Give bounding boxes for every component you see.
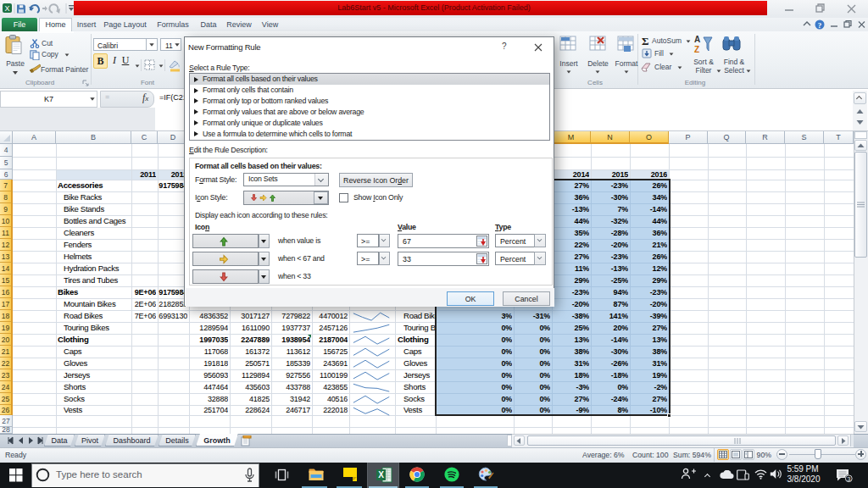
svg-text:3: 3	[847, 475, 850, 483]
svg-text:?: ?	[818, 21, 822, 30]
svg-text:X: X	[4, 4, 9, 13]
svg-text:Z: Z	[694, 45, 699, 54]
svg-text:A: A	[694, 35, 700, 44]
svg-text:X: X	[378, 470, 384, 480]
